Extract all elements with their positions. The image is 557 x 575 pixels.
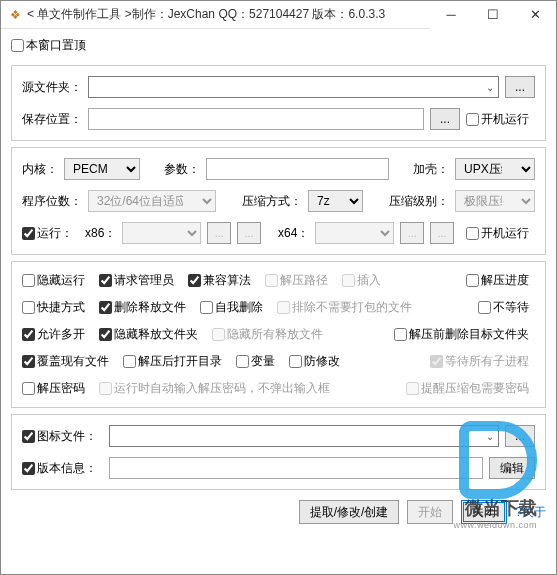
x64-label: x64：: [278, 225, 309, 242]
extract-modify-create-button[interactable]: 提取/修改/创建: [299, 500, 400, 524]
opt-allow-multi[interactable]: 允许多开: [22, 326, 85, 343]
run-autorun-checkbox[interactable]: 开机运行: [466, 225, 529, 242]
app-icon: ❖: [7, 7, 23, 23]
level-label: 压缩级别：: [389, 193, 449, 210]
source-label: 源文件夹：: [22, 79, 82, 96]
footer: 提取/修改/创建 开始 关闭 ?关于: [11, 496, 546, 524]
x64-browse-2[interactable]: ...: [430, 222, 454, 244]
opt-hide-all-release[interactable]: 隐藏所有释放文件: [212, 326, 323, 343]
icon-file-checkbox[interactable]: 图标文件：: [22, 428, 97, 445]
start-button[interactable]: 开始: [407, 500, 453, 524]
param-input[interactable]: [206, 158, 389, 180]
opt-hide-release-dir[interactable]: 隐藏释放文件夹: [99, 326, 198, 343]
opt-insert[interactable]: 插入: [342, 272, 381, 289]
opt-no-wait[interactable]: 不等待: [478, 299, 529, 316]
x64-browse-1[interactable]: ...: [400, 222, 424, 244]
param-label: 参数：: [164, 161, 200, 178]
opt-req-admin[interactable]: 请求管理员: [99, 272, 174, 289]
titlebar: ❖ < 单文件制作工具 >制作：JexChan QQ：527104427 版本：…: [1, 1, 556, 29]
kernel-select[interactable]: PECMD: [64, 158, 140, 180]
chevron-down-icon: ⌄: [486, 82, 494, 93]
x86-browse-2[interactable]: ...: [237, 222, 261, 244]
opt-extract-path[interactable]: 解压路径: [265, 272, 328, 289]
icon-version-group: 图标文件： ⌄ ... 版本信息： 编辑: [11, 414, 546, 490]
window-title: < 单文件制作工具 >制作：JexChan QQ：527104427 版本：6.…: [27, 6, 430, 23]
opt-shortcut[interactable]: 快捷方式: [22, 299, 85, 316]
x86-select[interactable]: [122, 222, 201, 244]
config-group: 内核： PECMD 参数： 加壳： UPX压缩 程序位数： 32位/64位自适应…: [11, 147, 546, 255]
bits-label: 程序位数：: [22, 193, 82, 210]
save-label: 保存位置：: [22, 111, 82, 128]
kernel-label: 内核：: [22, 161, 58, 178]
minimize-button[interactable]: ─: [430, 1, 472, 29]
opt-no-prompt[interactable]: 运行时自动输入解压密码，不弹出输入框: [99, 380, 330, 397]
icon-browse-button[interactable]: ...: [505, 425, 535, 447]
bits-select[interactable]: 32位/64位自适应: [88, 190, 216, 212]
opt-wait-child[interactable]: 等待所有子进程: [430, 353, 529, 370]
opt-extract-pwd[interactable]: 解压密码: [22, 380, 85, 397]
opt-anti-mod[interactable]: 防修改: [289, 353, 340, 370]
run-checkbox[interactable]: 运行：: [22, 225, 73, 242]
x64-select[interactable]: [315, 222, 394, 244]
source-folder-combo[interactable]: ⌄: [88, 76, 499, 98]
opt-hint-need-pwd[interactable]: 提醒压缩包需要密码: [406, 380, 529, 397]
opt-del-target-before[interactable]: 解压前删除目标文件夹: [394, 326, 529, 343]
version-edit-button[interactable]: 编辑: [489, 457, 535, 479]
chevron-down-icon: ⌄: [486, 431, 494, 442]
shell-label: 加壳：: [413, 161, 449, 178]
icon-file-combo[interactable]: ⌄: [109, 425, 499, 447]
about-link[interactable]: ?关于: [515, 504, 546, 521]
save-browse-button[interactable]: ...: [430, 108, 460, 130]
x86-browse-1[interactable]: ...: [207, 222, 231, 244]
save-autorun-checkbox[interactable]: 开机运行: [466, 111, 529, 128]
opt-del-release[interactable]: 删除释放文件: [99, 299, 186, 316]
opt-hide-run[interactable]: 隐藏运行: [22, 272, 85, 289]
opt-exclude-pack[interactable]: 排除不需要打包的文件: [277, 299, 412, 316]
version-input[interactable]: [109, 457, 483, 479]
source-group: 源文件夹： ⌄ ... 保存位置： ... 开机运行: [11, 65, 546, 141]
x86-label: x86：: [85, 225, 116, 242]
opt-self-del[interactable]: 自我删除: [200, 299, 263, 316]
opt-compat[interactable]: 兼容算法: [188, 272, 251, 289]
opt-overwrite[interactable]: 覆盖现有文件: [22, 353, 109, 370]
opt-extract-progress[interactable]: 解压进度: [466, 272, 529, 289]
source-browse-button[interactable]: ...: [505, 76, 535, 98]
version-checkbox[interactable]: 版本信息：: [22, 460, 97, 477]
shell-select[interactable]: UPX压缩: [455, 158, 535, 180]
opt-variable[interactable]: 变量: [236, 353, 275, 370]
close-button[interactable]: ✕: [514, 1, 556, 29]
opt-open-after[interactable]: 解压后打开目录: [123, 353, 222, 370]
close-app-button[interactable]: 关闭: [461, 500, 507, 524]
level-select[interactable]: 极限压缩: [455, 190, 535, 212]
compress-select[interactable]: 7z: [308, 190, 363, 212]
maximize-button[interactable]: ☐: [472, 1, 514, 29]
pin-window-checkbox[interactable]: 本窗口置顶: [11, 37, 86, 54]
compress-label: 压缩方式：: [242, 193, 302, 210]
options-group: 隐藏运行 请求管理员 兼容算法 解压路径 插入 解压进度 快捷方式 删除释放文件…: [11, 261, 546, 408]
save-path-input[interactable]: [88, 108, 424, 130]
